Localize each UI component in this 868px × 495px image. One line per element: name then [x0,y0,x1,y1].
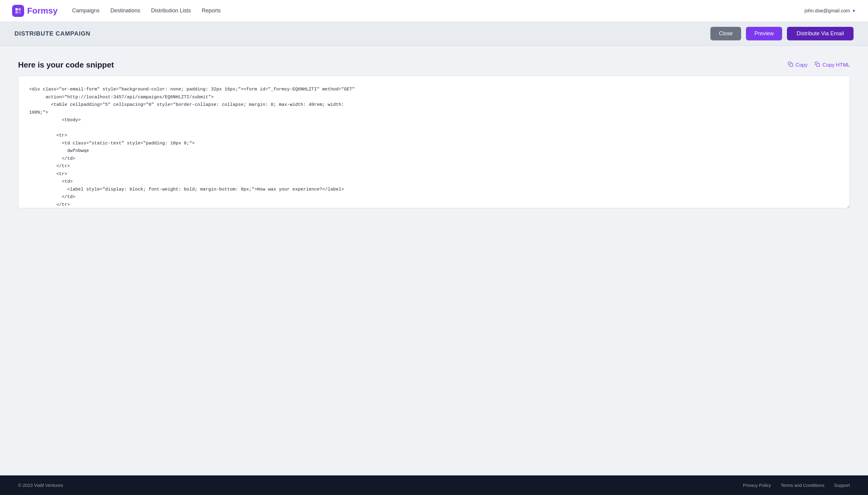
distribute-via-email-button[interactable]: Distribute Via Email [787,27,853,40]
copy-button[interactable]: Copy [788,62,808,68]
code-snippet-box[interactable]: <div class="or-email-form" style="backgr… [18,76,850,208]
main-content: Here is your code snippet Copy [0,46,868,475]
nav-campaigns[interactable]: Campaigns [72,7,100,14]
copy-icon [788,62,793,68]
svg-rect-4 [789,64,793,67]
svg-rect-5 [817,64,820,67]
navbar: Formsy Campaigns Destinations Distributi… [0,0,868,22]
copy-html-label: Copy HTML [822,62,850,68]
footer: © 2023 Viabl Ventures Privacy Policy Ter… [0,475,868,495]
svg-rect-3 [18,11,21,14]
preview-button[interactable]: Preview [746,27,782,40]
svg-rect-1 [18,8,21,11]
logo[interactable]: Formsy [12,5,57,17]
code-content: <div class="or-email-form" style="backgr… [29,86,839,208]
nav-distribution-lists[interactable]: Distribution Lists [151,7,191,14]
close-button[interactable]: Close [710,27,741,40]
logo-text: Formsy [27,6,57,16]
snippet-header: Here is your code snippet Copy [18,60,850,70]
chevron-down-icon: ▼ [852,8,856,13]
support-link[interactable]: Support [834,483,850,488]
snippet-title: Here is your code snippet [18,60,114,70]
snippet-actions: Copy Copy HTML [788,62,850,68]
nav-destinations[interactable]: Destinations [110,7,140,14]
distribute-actions: Close Preview Distribute Via Email [710,27,853,40]
navbar-nav: Campaigns Destinations Distribution List… [72,7,804,14]
logo-icon [12,5,24,17]
user-email: john.doe@gmail.com [805,8,850,14]
distribute-campaign-title: DISTRIBUTE CAMPAIGN [15,30,90,37]
footer-copyright: © 2023 Viabl Ventures [18,483,63,488]
copy-html-icon [815,62,820,68]
terms-link[interactable]: Terms and Conditions [781,483,824,488]
nav-reports[interactable]: Reports [202,7,221,14]
copy-label: Copy [796,62,808,68]
user-menu[interactable]: john.doe@gmail.com ▼ [805,8,856,14]
svg-rect-2 [15,11,18,14]
footer-links: Privacy Policy Terms and Conditions Supp… [743,483,850,488]
privacy-policy-link[interactable]: Privacy Policy [743,483,771,488]
svg-rect-0 [15,8,18,11]
copy-html-button[interactable]: Copy HTML [815,62,850,68]
distribute-campaign-bar: DISTRIBUTE CAMPAIGN Close Preview Distri… [0,22,868,46]
